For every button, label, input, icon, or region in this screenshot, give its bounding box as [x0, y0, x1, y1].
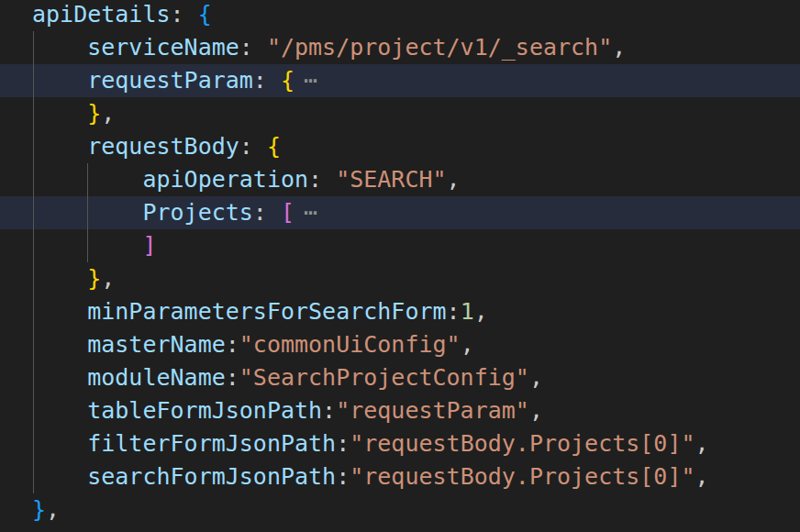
- token-string: "/pms/project/v1/_search": [267, 34, 612, 61]
- token-punctuation: ,: [529, 397, 543, 424]
- code-line[interactable]: filterFormJsonPath:"requestBody.Projects…: [0, 427, 800, 460]
- code-line[interactable]: },: [0, 493, 800, 526]
- indent-guide: [87, 163, 88, 262]
- code-line[interactable]: searchFormJsonPath:"requestBody.Projects…: [0, 460, 800, 493]
- indent-whitespace: [32, 364, 87, 391]
- code-editor[interactable]: apiDetails: { serviceName: "/pms/project…: [0, 0, 800, 532]
- token-property: Projects: [142, 199, 252, 226]
- token-property: apiOperation: [142, 166, 308, 193]
- token-punctuation: ,: [474, 298, 488, 325]
- folded-code-indicator[interactable]: ⋯: [304, 67, 318, 94]
- token-property: serviceName: [87, 34, 239, 61]
- token-number: 1: [461, 298, 474, 325]
- token-punctuation: :: [239, 133, 267, 160]
- code-line[interactable]: apiOperation: "SEARCH",: [0, 163, 800, 196]
- token-string: "requestBody.Projects[0]": [350, 430, 694, 457]
- indent-whitespace: [32, 298, 87, 325]
- code-line[interactable]: requestBody: {: [0, 130, 800, 163]
- token-punctuation: :: [253, 67, 281, 94]
- indent-whitespace: [32, 34, 87, 61]
- token-punctuation: ,: [101, 100, 115, 127]
- token-bracket-gold: }: [87, 265, 101, 292]
- token-bracket-gold: {: [281, 67, 294, 94]
- token-property: masterName: [87, 331, 226, 358]
- token-property: moduleName: [87, 364, 226, 391]
- token-string: "commonUiConfig": [239, 331, 461, 358]
- token-punctuation: ,: [461, 331, 474, 358]
- indent-whitespace: [32, 265, 87, 292]
- token-punctuation: :: [336, 463, 350, 490]
- token-punctuation: ,: [695, 430, 709, 457]
- token-punctuation: :: [239, 34, 267, 61]
- code-line[interactable]: apiDetails: {: [0, 0, 800, 31]
- token-property: requestBody: [87, 133, 239, 160]
- code-lines: apiDetails: { serviceName: "/pms/project…: [0, 0, 800, 526]
- indent-whitespace: [32, 463, 87, 490]
- code-line[interactable]: requestParam: {⋯: [0, 64, 800, 97]
- token-property: minParametersForSearchForm: [87, 298, 446, 325]
- code-line[interactable]: minParametersForSearchForm:1,: [0, 295, 800, 328]
- token-punctuation: ,: [101, 265, 115, 292]
- token-punctuation: ,: [529, 364, 543, 391]
- token-bracket-pink: [: [281, 199, 294, 226]
- token-punctuation: :: [226, 364, 239, 391]
- code-line[interactable]: },: [0, 97, 800, 130]
- indent-whitespace: [32, 430, 87, 457]
- code-line[interactable]: },: [0, 262, 800, 295]
- token-string: "SEARCH": [336, 166, 446, 193]
- token-punctuation: :: [253, 199, 281, 226]
- code-line[interactable]: ]: [0, 229, 800, 262]
- token-punctuation: :: [322, 397, 336, 424]
- code-line[interactable]: tableFormJsonPath:"requestParam",: [0, 394, 800, 427]
- indent-guide: [33, 31, 34, 493]
- token-property: apiDetails: [32, 1, 171, 28]
- token-bracket-blue: }: [32, 496, 46, 523]
- indent-whitespace: [32, 397, 87, 424]
- indent-whitespace: [32, 331, 87, 358]
- token-punctuation: :: [171, 1, 198, 28]
- token-bracket-pink: ]: [142, 232, 156, 259]
- indent-whitespace: [32, 100, 87, 127]
- token-property: searchFormJsonPath: [87, 463, 336, 490]
- indent-whitespace: [32, 67, 87, 94]
- code-line[interactable]: masterName:"commonUiConfig",: [0, 328, 800, 361]
- token-punctuation: :: [308, 166, 336, 193]
- token-property: tableFormJsonPath: [87, 397, 322, 424]
- token-punctuation: ,: [612, 34, 626, 61]
- token-string: "requestBody.Projects[0]": [350, 463, 694, 490]
- token-punctuation: ,: [447, 166, 461, 193]
- code-line[interactable]: Projects: [⋯: [0, 196, 800, 229]
- indent-whitespace: [32, 133, 87, 160]
- token-punctuation: ,: [695, 463, 709, 490]
- token-property: filterFormJsonPath: [87, 430, 336, 457]
- token-string: "SearchProjectConfig": [239, 364, 529, 391]
- token-punctuation: :: [226, 331, 239, 358]
- folded-code-indicator[interactable]: ⋯: [304, 199, 318, 226]
- code-line[interactable]: moduleName:"SearchProjectConfig",: [0, 361, 800, 394]
- token-string: "requestParam": [336, 397, 529, 424]
- token-property: requestParam: [87, 67, 253, 94]
- token-punctuation: :: [447, 298, 461, 325]
- token-bracket-gold: }: [87, 100, 101, 127]
- token-punctuation: ,: [46, 496, 60, 523]
- code-line[interactable]: serviceName: "/pms/project/v1/_search",: [0, 31, 800, 64]
- token-punctuation: :: [336, 430, 350, 457]
- token-bracket-blue: {: [198, 1, 212, 28]
- token-bracket-gold: {: [267, 133, 281, 160]
